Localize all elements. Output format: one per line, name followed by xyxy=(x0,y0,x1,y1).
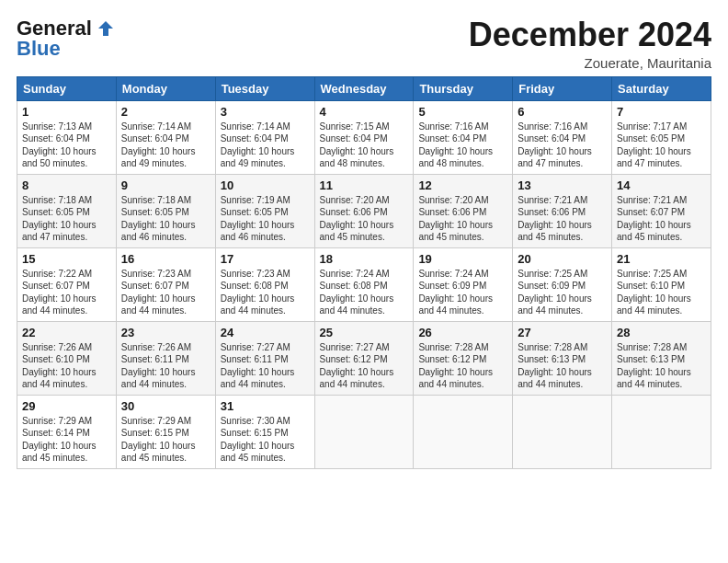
day-info: Sunrise: 7:25 AM Sunset: 6:09 PM Dayligh… xyxy=(518,268,607,317)
table-row: 7Sunrise: 7:17 AM Sunset: 6:05 PM Daylig… xyxy=(612,100,711,174)
table-row: 1Sunrise: 7:13 AM Sunset: 6:04 PM Daylig… xyxy=(17,100,117,174)
day-number: 30 xyxy=(121,399,210,413)
calendar-week-row: 8Sunrise: 7:18 AM Sunset: 6:05 PM Daylig… xyxy=(17,174,711,247)
table-row: 24Sunrise: 7:27 AM Sunset: 6:11 PM Dayli… xyxy=(215,321,314,395)
calendar-week-row: 15Sunrise: 7:22 AM Sunset: 6:07 PM Dayli… xyxy=(17,247,711,321)
location: Zouerate, Mauritania xyxy=(469,55,711,71)
day-info: Sunrise: 7:28 AM Sunset: 6:12 PM Dayligh… xyxy=(418,341,507,391)
month-title: December 2024 xyxy=(469,17,711,53)
day-info: Sunrise: 7:16 AM Sunset: 6:04 PM Dayligh… xyxy=(418,121,507,170)
day-number: 4 xyxy=(320,105,409,119)
day-info: Sunrise: 7:15 AM Sunset: 6:04 PM Dayligh… xyxy=(320,121,409,170)
day-number: 13 xyxy=(518,178,607,192)
title-block: December 2024 Zouerate, Mauritania xyxy=(469,17,711,71)
table-row: 28Sunrise: 7:28 AM Sunset: 6:13 PM Dayli… xyxy=(612,321,711,395)
day-info: Sunrise: 7:14 AM Sunset: 6:04 PM Dayligh… xyxy=(121,121,210,170)
day-number: 25 xyxy=(320,326,409,339)
col-wednesday: Wednesday xyxy=(314,76,414,100)
table-row: 29Sunrise: 7:29 AM Sunset: 6:14 PM Dayli… xyxy=(17,395,117,468)
calendar-table: Sunday Monday Tuesday Wednesday Thursday… xyxy=(17,76,711,469)
table-row: 4Sunrise: 7:15 AM Sunset: 6:04 PM Daylig… xyxy=(314,100,414,174)
day-number: 28 xyxy=(617,326,706,339)
table-row: 10Sunrise: 7:19 AM Sunset: 6:05 PM Dayli… xyxy=(215,174,314,247)
col-saturday: Saturday xyxy=(612,76,711,100)
page-container: General Blue December 2024 Zouerate, Mau… xyxy=(0,0,728,478)
logo-blue: Blue xyxy=(17,37,61,61)
day-number: 20 xyxy=(518,252,607,266)
day-info: Sunrise: 7:26 AM Sunset: 6:10 PM Dayligh… xyxy=(22,341,111,391)
day-number: 10 xyxy=(221,178,310,192)
day-info: Sunrise: 7:27 AM Sunset: 6:11 PM Dayligh… xyxy=(221,341,310,391)
day-number: 19 xyxy=(418,252,507,266)
table-row xyxy=(414,395,513,468)
calendar-week-row: 29Sunrise: 7:29 AM Sunset: 6:14 PM Dayli… xyxy=(17,395,711,468)
day-number: 31 xyxy=(221,399,310,413)
table-row: 25Sunrise: 7:27 AM Sunset: 6:12 PM Dayli… xyxy=(314,321,414,395)
day-number: 7 xyxy=(617,105,706,119)
logo: General Blue xyxy=(17,17,116,61)
day-info: Sunrise: 7:19 AM Sunset: 6:05 PM Dayligh… xyxy=(221,194,310,244)
table-row: 21Sunrise: 7:25 AM Sunset: 6:10 PM Dayli… xyxy=(612,247,711,321)
table-row: 22Sunrise: 7:26 AM Sunset: 6:10 PM Dayli… xyxy=(17,321,117,395)
table-row: 27Sunrise: 7:28 AM Sunset: 6:13 PM Dayli… xyxy=(513,321,612,395)
table-row xyxy=(513,395,612,468)
day-number: 1 xyxy=(22,105,111,119)
day-info: Sunrise: 7:24 AM Sunset: 6:08 PM Dayligh… xyxy=(320,268,409,317)
table-row: 9Sunrise: 7:18 AM Sunset: 6:05 PM Daylig… xyxy=(116,174,215,247)
col-tuesday: Tuesday xyxy=(215,76,314,100)
table-row xyxy=(314,395,414,468)
col-thursday: Thursday xyxy=(414,76,513,100)
table-row: 18Sunrise: 7:24 AM Sunset: 6:08 PM Dayli… xyxy=(314,247,414,321)
day-info: Sunrise: 7:20 AM Sunset: 6:06 PM Dayligh… xyxy=(320,194,409,244)
day-info: Sunrise: 7:13 AM Sunset: 6:04 PM Dayligh… xyxy=(22,121,111,170)
day-number: 14 xyxy=(617,178,706,192)
table-row: 16Sunrise: 7:23 AM Sunset: 6:07 PM Dayli… xyxy=(116,247,215,321)
calendar-week-row: 1Sunrise: 7:13 AM Sunset: 6:04 PM Daylig… xyxy=(17,100,711,174)
day-info: Sunrise: 7:16 AM Sunset: 6:04 PM Dayligh… xyxy=(518,121,607,170)
table-row: 3Sunrise: 7:14 AM Sunset: 6:04 PM Daylig… xyxy=(215,100,314,174)
day-info: Sunrise: 7:18 AM Sunset: 6:05 PM Dayligh… xyxy=(22,194,111,244)
col-sunday: Sunday xyxy=(17,76,117,100)
day-info: Sunrise: 7:23 AM Sunset: 6:08 PM Dayligh… xyxy=(221,268,310,317)
table-row: 23Sunrise: 7:26 AM Sunset: 6:11 PM Dayli… xyxy=(116,321,215,395)
day-info: Sunrise: 7:28 AM Sunset: 6:13 PM Dayligh… xyxy=(518,341,607,391)
day-number: 22 xyxy=(22,326,111,339)
table-row: 2Sunrise: 7:14 AM Sunset: 6:04 PM Daylig… xyxy=(116,100,215,174)
day-number: 26 xyxy=(418,326,507,339)
table-row: 30Sunrise: 7:29 AM Sunset: 6:15 PM Dayli… xyxy=(116,395,215,468)
day-info: Sunrise: 7:30 AM Sunset: 6:15 PM Dayligh… xyxy=(221,415,310,465)
day-info: Sunrise: 7:21 AM Sunset: 6:07 PM Dayligh… xyxy=(617,194,706,244)
day-info: Sunrise: 7:25 AM Sunset: 6:10 PM Dayligh… xyxy=(617,268,706,317)
day-info: Sunrise: 7:20 AM Sunset: 6:06 PM Dayligh… xyxy=(418,194,507,244)
day-info: Sunrise: 7:21 AM Sunset: 6:06 PM Dayligh… xyxy=(518,194,607,244)
table-row: 31Sunrise: 7:30 AM Sunset: 6:15 PM Dayli… xyxy=(215,395,314,468)
day-info: Sunrise: 7:26 AM Sunset: 6:11 PM Dayligh… xyxy=(121,341,210,391)
day-number: 18 xyxy=(320,252,409,266)
day-number: 9 xyxy=(121,178,210,192)
table-row: 17Sunrise: 7:23 AM Sunset: 6:08 PM Dayli… xyxy=(215,247,314,321)
table-row xyxy=(612,395,711,468)
day-number: 16 xyxy=(121,252,210,266)
table-row: 11Sunrise: 7:20 AM Sunset: 6:06 PM Dayli… xyxy=(314,174,414,247)
table-row: 8Sunrise: 7:18 AM Sunset: 6:05 PM Daylig… xyxy=(17,174,117,247)
day-info: Sunrise: 7:29 AM Sunset: 6:15 PM Dayligh… xyxy=(121,415,210,465)
day-info: Sunrise: 7:14 AM Sunset: 6:04 PM Dayligh… xyxy=(221,121,310,170)
table-row: 6Sunrise: 7:16 AM Sunset: 6:04 PM Daylig… xyxy=(513,100,612,174)
day-number: 3 xyxy=(221,105,310,119)
day-number: 24 xyxy=(221,326,310,339)
day-info: Sunrise: 7:17 AM Sunset: 6:05 PM Dayligh… xyxy=(617,121,706,170)
day-number: 15 xyxy=(22,252,111,266)
day-number: 11 xyxy=(320,178,409,192)
table-row: 20Sunrise: 7:25 AM Sunset: 6:09 PM Dayli… xyxy=(513,247,612,321)
day-info: Sunrise: 7:24 AM Sunset: 6:09 PM Dayligh… xyxy=(418,268,507,317)
table-row: 5Sunrise: 7:16 AM Sunset: 6:04 PM Daylig… xyxy=(414,100,513,174)
day-info: Sunrise: 7:28 AM Sunset: 6:13 PM Dayligh… xyxy=(617,341,706,391)
day-number: 27 xyxy=(518,326,607,339)
day-info: Sunrise: 7:18 AM Sunset: 6:05 PM Dayligh… xyxy=(121,194,210,244)
day-info: Sunrise: 7:22 AM Sunset: 6:07 PM Dayligh… xyxy=(22,268,111,317)
table-row: 19Sunrise: 7:24 AM Sunset: 6:09 PM Dayli… xyxy=(414,247,513,321)
day-number: 23 xyxy=(121,326,210,339)
calendar-header-row: Sunday Monday Tuesday Wednesday Thursday… xyxy=(17,76,711,100)
day-number: 21 xyxy=(617,252,706,266)
day-number: 5 xyxy=(418,105,507,119)
